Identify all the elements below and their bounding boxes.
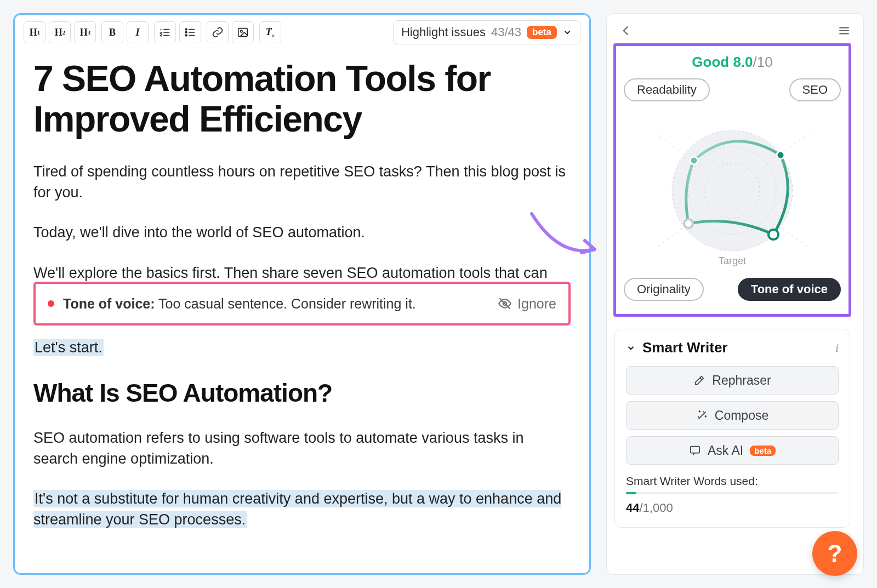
eye-off-icon <box>498 296 512 311</box>
chevron-down-icon <box>562 27 572 37</box>
help-fab[interactable]: ? <box>812 531 857 576</box>
issue-dot-icon <box>48 300 54 307</box>
tone-pill[interactable]: Tone of voice <box>738 278 841 301</box>
ignore-button[interactable]: Ignore <box>498 294 556 313</box>
document-title[interactable]: 7 SEO Automation Tools for Improved Effi… <box>33 59 571 140</box>
smart-writer-title: Smart Writer <box>642 339 728 356</box>
paragraph[interactable]: SEO automation refers to using software … <box>33 428 571 470</box>
image-button[interactable] <box>232 21 254 43</box>
chat-icon <box>689 444 701 456</box>
document-h2[interactable]: What Is SEO Automation? <box>33 375 571 412</box>
link-button[interactable] <box>207 21 229 43</box>
svg-rect-3 <box>238 28 248 37</box>
highlight-issues-dropdown[interactable]: Highlight issues 43/43 beta <box>393 20 580 44</box>
h2-button[interactable]: H2 <box>49 21 71 43</box>
svg-point-2 <box>185 35 187 36</box>
smart-writer-card: Smart Writer i Rephraser Compose Ask AI … <box>614 329 850 528</box>
issue-callout: Tone of voice: Too casual sentence. Cons… <box>33 282 571 326</box>
beta-badge: beta <box>527 26 557 39</box>
image-icon <box>237 26 249 38</box>
paragraph[interactable]: Let's start. <box>33 338 571 358</box>
unordered-list-icon <box>184 26 196 38</box>
ordered-list-icon <box>159 26 171 38</box>
target-label: Target <box>719 255 746 267</box>
side-panel: Good 8.0/10 Readability SEO <box>606 13 864 575</box>
paragraph[interactable]: Today, we'll dive into the world of SEO … <box>33 222 571 243</box>
highlight-issues-label: Highlight issues <box>401 25 486 39</box>
italic-button[interactable]: I <box>127 21 149 43</box>
menu-icon[interactable] <box>837 24 851 38</box>
paragraph[interactable]: We'll explore the basics first. Then sha… <box>33 263 571 284</box>
h3-button[interactable]: H3 <box>74 21 96 43</box>
svg-point-4 <box>240 30 242 32</box>
usage-label: Smart Writer Words used: <box>626 475 839 488</box>
side-panel-header <box>607 14 863 43</box>
svg-rect-16 <box>691 447 700 453</box>
svg-point-14 <box>768 230 778 239</box>
bold-button[interactable]: B <box>101 21 123 43</box>
issue-text: Tone of voice: Too casual sentence. Cons… <box>63 294 416 313</box>
usage-bar <box>626 492 839 494</box>
svg-point-13 <box>777 151 784 159</box>
highlight-issues-count: 43/43 <box>491 25 521 39</box>
metrics-card: Good 8.0/10 Readability SEO <box>613 43 851 317</box>
editor-toolbar: H1 H2 H3 B I T× <box>15 15 589 50</box>
radar-chart: Target <box>622 106 843 276</box>
rephraser-button[interactable]: Rephraser <box>626 366 839 395</box>
paragraph[interactable]: It's not a substitute for human creativi… <box>33 489 571 530</box>
usage-value: 44/1,000 <box>626 501 839 515</box>
compose-button[interactable]: Compose <box>626 401 839 430</box>
svg-point-0 <box>185 28 187 30</box>
link-icon <box>212 26 224 38</box>
clear-format-button[interactable]: T× <box>259 21 281 43</box>
svg-point-12 <box>690 157 698 164</box>
unordered-list-button[interactable] <box>179 21 201 43</box>
back-icon[interactable] <box>619 24 633 38</box>
seo-pill[interactable]: SEO <box>789 78 841 101</box>
beta-badge: beta <box>750 446 776 456</box>
svg-point-1 <box>185 32 187 33</box>
edit-icon <box>693 374 705 386</box>
h1-button[interactable]: H1 <box>24 21 45 43</box>
editor-panel: H1 H2 H3 B I T× <box>13 13 591 575</box>
svg-point-15 <box>684 219 693 228</box>
ask-ai-button[interactable]: Ask AI beta <box>626 436 839 465</box>
originality-pill[interactable]: Originality <box>624 278 704 301</box>
ordered-list-button[interactable] <box>154 21 176 43</box>
info-icon[interactable]: i <box>835 341 839 355</box>
chevron-down-icon[interactable] <box>626 343 636 353</box>
readability-pill[interactable]: Readability <box>624 78 710 101</box>
document-body[interactable]: 7 SEO Automation Tools for Improved Effi… <box>15 50 589 567</box>
clear-format-icon: T× <box>266 26 275 39</box>
magic-icon <box>696 409 708 421</box>
score-row: Good 8.0/10 <box>622 54 843 71</box>
paragraph[interactable]: Tired of spending countless hours on rep… <box>33 162 571 203</box>
